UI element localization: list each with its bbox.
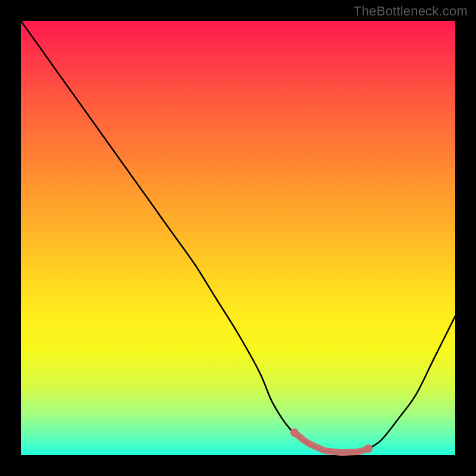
- plot-area: [21, 21, 455, 455]
- watermark-text: TheBottleneck.com: [353, 4, 468, 19]
- highlight-start-dot: [290, 428, 299, 437]
- curve-layer: [21, 21, 455, 455]
- optimal-range-highlight: [295, 433, 368, 453]
- chart-stage: TheBottleneck.com: [0, 0, 476, 476]
- bottleneck-curve: [21, 21, 455, 453]
- highlight-end-dot: [364, 444, 372, 453]
